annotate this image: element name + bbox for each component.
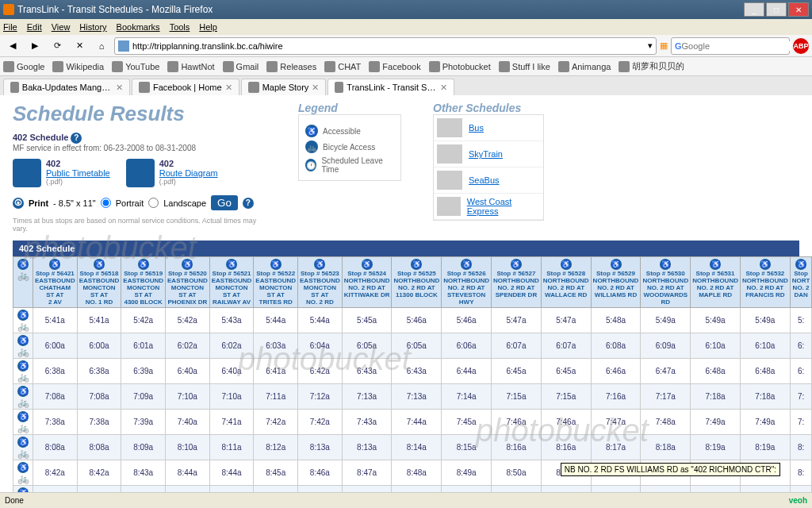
search-input[interactable] bbox=[682, 41, 791, 51]
stop-header[interactable]: ♿Stop # 56520EASTBOUNDMONCTON ST ATPHOEN… bbox=[166, 257, 210, 308]
tab-label: Facebook | Home bbox=[153, 83, 222, 92]
landscape-radio[interactable] bbox=[148, 198, 159, 208]
other-schedule-link[interactable]: West Coast Express bbox=[467, 197, 540, 216]
bookmark-item[interactable]: Wikipedia bbox=[52, 61, 104, 72]
menu-bookmarks[interactable]: Bookmarks bbox=[117, 22, 160, 32]
bookmark-item[interactable]: CHAT bbox=[324, 61, 361, 72]
bookmark-item[interactable]: HawtNot bbox=[167, 61, 214, 72]
bookmark-item[interactable]: Animanga bbox=[558, 61, 611, 72]
menu-file[interactable]: File bbox=[3, 22, 17, 32]
go-button[interactable]: Go bbox=[211, 195, 238, 210]
wheelchair-icon: ♿ bbox=[182, 259, 193, 270]
tab-label: Maple Story bbox=[262, 83, 309, 92]
browser-tab[interactable]: Maple Story✕ bbox=[241, 79, 327, 95]
other-schedule-item[interactable]: West Coast Express bbox=[434, 194, 543, 220]
other-schedule-link[interactable]: SkyTrain bbox=[469, 149, 503, 159]
home-button[interactable]: ⌂ bbox=[92, 37, 111, 55]
bookmark-item[interactable]: Google bbox=[3, 61, 44, 72]
stop-header[interactable]: ♿Stop # 56531NORTHBOUNDNO. 2 RD ATMAPLE … bbox=[691, 257, 741, 308]
stop-header[interactable]: ♿Stop # 56523EASTBOUNDMONCTON ST ATNO. 2… bbox=[298, 257, 343, 308]
bookmark-item[interactable]: Facebook bbox=[369, 61, 420, 72]
search-box[interactable]: G bbox=[671, 37, 790, 55]
dropdown-icon[interactable]: ▾ bbox=[648, 40, 653, 51]
other-schedule-link[interactable]: SeaBus bbox=[469, 175, 500, 185]
browser-tab[interactable]: Facebook | Home✕ bbox=[132, 79, 239, 95]
stop-header[interactable]: ♿Stop # 56527NORTHBOUNDNO. 2 RD ATSPENDE… bbox=[492, 257, 542, 308]
reload-button[interactable]: ⟳ bbox=[48, 37, 67, 55]
print-icon[interactable]: ⦿ bbox=[13, 198, 24, 209]
forward-button[interactable]: ▶ bbox=[25, 37, 44, 55]
other-schedule-item[interactable]: Bus bbox=[434, 115, 543, 141]
site-favicon-icon bbox=[619, 61, 630, 72]
other-schedule-item[interactable]: SkyTrain bbox=[434, 141, 543, 167]
stop-header[interactable]: ♿Stop # 56521EASTBOUNDMONCTON ST ATRAILW… bbox=[209, 257, 254, 308]
page-title: Schedule Results bbox=[13, 102, 266, 126]
menubar: FileEditViewHistoryBookmarksToolsHelp bbox=[0, 19, 812, 35]
stop-header[interactable]: ♿Stop # 56528NORTHBOUNDNO. 2 RD ATWALLAC… bbox=[541, 257, 591, 308]
tab-close-icon[interactable]: ✕ bbox=[312, 83, 319, 93]
stop-header[interactable]: ♿StopNORTNO. 2DAN bbox=[790, 257, 812, 308]
bookmark-item[interactable]: Photobucket bbox=[429, 61, 491, 72]
time-cell: 7:47a bbox=[591, 410, 641, 435]
stop-header[interactable]: ♿Stop # 56532NORTHBOUNDNO. 2 RD ATFRANCI… bbox=[740, 257, 790, 308]
row-icons: ♿ 🚲 bbox=[13, 308, 33, 333]
menu-history[interactable]: History bbox=[79, 22, 106, 32]
time-cell: 9:06a bbox=[121, 486, 166, 493]
time-cell: 9:07a bbox=[166, 486, 210, 493]
tab-close-icon[interactable]: ✕ bbox=[440, 83, 447, 93]
row-icons: ♿ 🚲 bbox=[13, 359, 33, 384]
url-input[interactable] bbox=[132, 41, 648, 51]
menu-view[interactable]: View bbox=[52, 22, 71, 32]
time-cell: 7:41a bbox=[209, 410, 254, 435]
bookmark-item[interactable]: Releases bbox=[266, 61, 316, 72]
abp-icon[interactable]: ABP bbox=[793, 38, 809, 54]
browser-tab[interactable]: Baka-Updates Manga - Series✕ bbox=[3, 79, 130, 95]
stop-header[interactable]: ♿Stop # 56524NORTHBOUNDNO. 2 RD ATKITTIW… bbox=[342, 257, 392, 308]
stop-header[interactable]: ♿Stop # 56522EASTBOUNDMONCTON ST ATTRITE… bbox=[254, 257, 298, 308]
stop-header[interactable]: ♿Stop # 56518EASTBOUNDMONCTON ST ATNO. 1… bbox=[77, 257, 121, 308]
wheelchair-icon: ♿ bbox=[226, 259, 237, 270]
other-schedule-item[interactable]: SeaBus bbox=[434, 167, 543, 194]
stop-header[interactable]: ♿Stop # 56530NORTHBOUNDNO. 2 RD ATWOODWA… bbox=[641, 257, 691, 308]
time-cell: 8:43a bbox=[121, 460, 166, 486]
info-icon[interactable]: ? bbox=[71, 133, 82, 144]
time-cell: 7:09a bbox=[121, 384, 166, 410]
time-cell: 7:08a bbox=[33, 384, 78, 410]
time-cell: 6:39a bbox=[121, 359, 166, 384]
time-cell: 6:43a bbox=[392, 359, 442, 384]
bookmark-item[interactable]: Stuff I like bbox=[499, 61, 550, 72]
close-button[interactable]: ✕ bbox=[788, 2, 809, 17]
time-cell: 5:48a bbox=[591, 308, 641, 333]
bookmark-item[interactable]: Gmail bbox=[223, 61, 259, 72]
public-timetable-link[interactable]: Public Timetable bbox=[46, 168, 110, 178]
stop-header[interactable]: ♿Stop # 56525NORTHBOUNDNO. 2 RD AT11300 … bbox=[392, 257, 442, 308]
site-favicon-icon bbox=[499, 61, 510, 72]
route-diagram-link[interactable]: Route Diagram bbox=[159, 168, 218, 178]
back-button[interactable]: ◀ bbox=[3, 37, 22, 55]
browser-tab[interactable]: TransLink - Transit Schedules✕ bbox=[327, 79, 454, 95]
rss-icon[interactable]: ▦ bbox=[660, 40, 668, 51]
maximize-button[interactable]: □ bbox=[766, 2, 787, 17]
time-cell: 8:19a bbox=[691, 435, 741, 460]
bookmark-item[interactable]: YouTube bbox=[112, 61, 159, 72]
stop-header[interactable]: ♿Stop # 56421EASTBOUNDCHATHAM ST AT2 AV bbox=[33, 257, 78, 308]
menu-tools[interactable]: Tools bbox=[170, 22, 190, 32]
tab-close-icon[interactable]: ✕ bbox=[116, 83, 123, 93]
menu-edit[interactable]: Edit bbox=[27, 22, 42, 32]
stop-header[interactable]: ♿Stop # 56529NORTHBOUNDNO. 2 RD ATWILLIA… bbox=[591, 257, 641, 308]
bookmark-item[interactable]: 胡萝和贝贝的 bbox=[619, 60, 684, 72]
stop-button[interactable]: ✕ bbox=[70, 37, 89, 55]
portrait-radio[interactable] bbox=[101, 198, 111, 208]
stop-header[interactable]: ♿Stop # 56526NORTHBOUNDNO. 2 RD ATSTEVES… bbox=[442, 257, 492, 308]
firefox-icon bbox=[3, 4, 14, 15]
other-schedule-link[interactable]: Bus bbox=[469, 123, 484, 133]
menu-help[interactable]: Help bbox=[199, 22, 217, 32]
time-cell: 6:48a bbox=[691, 359, 741, 384]
time-cell: 8:09a bbox=[121, 435, 166, 460]
tab-close-icon[interactable]: ✕ bbox=[225, 83, 232, 93]
stop-header[interactable]: ♿Stop # 56519EASTBOUNDMONCTON ST AT4300 … bbox=[121, 257, 166, 308]
time-cell: 7:08a bbox=[77, 384, 121, 410]
minimize-button[interactable]: _ bbox=[744, 2, 764, 17]
info-icon[interactable]: ? bbox=[243, 198, 254, 209]
url-bar[interactable]: ▾ bbox=[114, 37, 657, 55]
